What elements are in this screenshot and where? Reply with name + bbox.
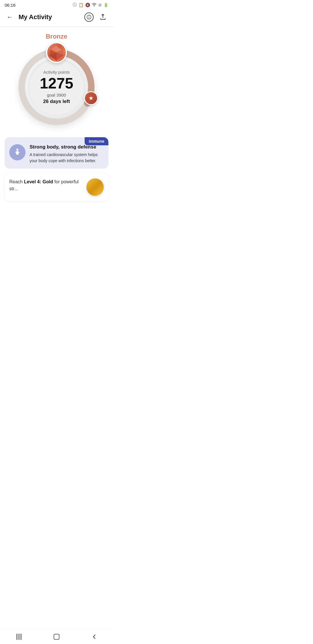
ring-center-text: Activity points 1275 goal 3900 26 days l…	[40, 70, 73, 104]
info-button[interactable]	[83, 12, 94, 23]
nav-right	[83, 12, 108, 23]
svg-point-0	[94, 6, 95, 6]
star-badge: ★	[84, 91, 98, 105]
info-status-icon: ⓘ	[73, 2, 77, 8]
gold-badge-image	[86, 178, 104, 196]
ring-wrapper: ★ Activity points 1275 goal 3900 26 days…	[14, 45, 99, 129]
status-time: 06:16	[5, 3, 16, 8]
reach-prefix: Reach	[9, 179, 24, 184]
reach-card: Reach Level 4: Gold for powerfulstr...	[5, 173, 108, 201]
activity-label: Activity points	[40, 70, 73, 75]
back-arrow-icon: ←	[7, 13, 13, 21]
svg-rect-2	[89, 17, 89, 18]
page-title: My Activity	[19, 13, 52, 21]
wifi-icon	[92, 3, 97, 8]
svg-point-3	[89, 16, 89, 17]
clipboard-status-icon: 📋	[79, 3, 83, 7]
activity-days-left: 26 days left	[40, 99, 73, 104]
reach-card-text: Reach Level 4: Gold for powerfulstr...	[9, 178, 82, 192]
main-content: Bronze	[0, 27, 113, 201]
info-card-text: Strong body, strong defense A trained ca…	[30, 144, 104, 164]
star-icon: ★	[88, 95, 94, 102]
info-card-icon-wrap	[9, 144, 26, 160]
share-button[interactable]	[97, 12, 108, 23]
nav-left: ← My Activity	[5, 12, 52, 22]
activity-goal: goal 3900	[40, 93, 73, 97]
nosim-icon: ⊘	[98, 3, 102, 7]
info-card-description: A trained cardiovascular system helps yo…	[30, 152, 101, 164]
svg-point-15	[17, 149, 19, 151]
activity-ring-container: ★ Activity points 1275 goal 3900 26 days…	[5, 45, 108, 129]
bronze-gem-badge	[46, 42, 67, 63]
info-card: immune Strong body, strong defense A tra…	[5, 137, 108, 169]
activity-points: 1275	[40, 76, 73, 91]
mute-icon: 🔇	[85, 3, 90, 7]
badge-level-label: Bronze	[5, 33, 108, 40]
info-card-tag: immune	[85, 137, 108, 145]
info-icon	[84, 12, 94, 22]
status-icons: ⓘ 📋 🔇 ⊘ 🔋	[73, 2, 108, 8]
top-nav: ← My Activity	[0, 9, 113, 27]
back-button[interactable]: ←	[5, 12, 15, 22]
status-bar: 06:16 ⓘ 📋 🔇 ⊘ 🔋	[0, 0, 113, 9]
accessibility-icon	[13, 148, 22, 157]
reach-level: Level 4: Gold	[24, 179, 53, 184]
share-icon	[99, 14, 106, 21]
battery-icon: 🔋	[103, 3, 108, 7]
